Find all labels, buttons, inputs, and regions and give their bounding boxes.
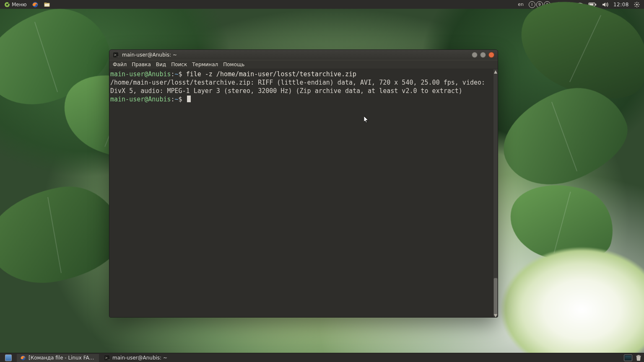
distro-icon	[4, 2, 10, 8]
window-controls	[472, 52, 494, 58]
svg-point-11	[636, 4, 638, 5]
trash-icon[interactable]	[636, 354, 641, 361]
svg-line-16	[635, 3, 636, 3]
bottom-panel: [Команда file - Linux FAQ ... >_ main-us…	[0, 353, 644, 362]
svg-point-1	[6, 3, 8, 5]
svg-line-19	[635, 6, 636, 7]
maximize-button[interactable]	[480, 52, 486, 58]
terminal-window[interactable]: >_ main-user@Anubis: ~ Файл Правка Вид П…	[109, 49, 498, 318]
terminal-cursor	[187, 96, 191, 102]
menu-label: Меню	[12, 2, 27, 8]
taskbar-item-label: [Команда file - Linux FAQ ...	[29, 355, 96, 361]
prompt-sep: :	[171, 96, 175, 103]
terminal-window-icon: >_	[113, 52, 119, 58]
firefox-icon	[20, 355, 26, 361]
keyboard-layout-label: en	[518, 2, 524, 7]
svg-rect-26	[636, 356, 641, 357]
launcher-files[interactable]	[43, 0, 51, 9]
keyboard-layout-indicator[interactable]: en	[517, 0, 525, 9]
close-button[interactable]	[488, 52, 494, 58]
menu-edit[interactable]: Правка	[132, 62, 151, 67]
launcher-firefox[interactable]	[31, 0, 39, 9]
window-titlebar[interactable]: >_ main-user@Anubis: ~	[109, 50, 498, 60]
terminal-scrollbar[interactable]: ▴ ▾	[493, 69, 498, 317]
menu-button[interactable]: Меню	[3, 0, 28, 9]
volume-icon[interactable]	[601, 0, 609, 9]
terminal-icon: >_	[104, 355, 110, 361]
menu-view[interactable]: Вид	[156, 62, 166, 67]
scrollbar-down-icon[interactable]: ▾	[493, 313, 498, 317]
svg-line-18	[638, 3, 639, 3]
scrollbar-thumb[interactable]	[493, 278, 498, 316]
window-title: main-user@Anubis: ~	[122, 52, 468, 58]
svg-rect-6	[44, 4, 49, 6]
menu-search[interactable]: Поиск	[171, 62, 187, 67]
terminal-output: /home/main-user/losst/testarchive.zip: R…	[110, 79, 489, 95]
minimize-button[interactable]	[472, 52, 478, 58]
prompt-symbol: $	[179, 96, 182, 103]
firefox-icon	[32, 1, 39, 8]
prompt-path: ~	[175, 70, 179, 78]
prompt-path: ~	[175, 96, 179, 103]
menu-file[interactable]: Файл	[113, 62, 127, 67]
terminal-command: file -z /home/main-user/losst/testarchiv…	[186, 70, 356, 78]
svg-text:>_: >_	[105, 356, 110, 360]
terminal-content[interactable]: main-user@Anubis:~$ file -z /home/main-u…	[109, 69, 493, 317]
files-icon	[44, 1, 50, 8]
settings-gear-icon[interactable]	[633, 0, 641, 9]
tray-workspace-icon[interactable]	[624, 354, 632, 361]
show-desktop-icon	[5, 354, 12, 361]
terminal-menubar: Файл Правка Вид Поиск Терминал Помощь	[109, 60, 498, 69]
svg-rect-5	[44, 3, 47, 4]
scrollbar-up-icon[interactable]: ▴	[493, 69, 498, 73]
clock[interactable]: 12:08	[613, 0, 630, 9]
menu-terminal[interactable]: Терминал	[192, 62, 218, 67]
taskbar-item-label: main-user@Anubis: ~	[112, 355, 167, 361]
indicator-circle-1[interactable]: I	[529, 1, 535, 8]
menu-help[interactable]: Помощь	[223, 62, 244, 67]
prompt-user-host: main-user@Anubis	[110, 96, 171, 103]
taskbar-item-terminal[interactable]: >_ main-user@Anubis: ~	[101, 354, 171, 362]
svg-point-2	[8, 3, 10, 4]
clock-label: 12:08	[613, 2, 629, 8]
prompt-symbol: $	[179, 70, 182, 78]
svg-text:>_: >_	[114, 53, 119, 57]
show-desktop-button[interactable]	[2, 353, 15, 362]
svg-line-17	[638, 6, 639, 7]
svg-rect-10	[595, 4, 596, 5]
prompt-sep: :	[171, 70, 175, 78]
taskbar-item-firefox[interactable]: [Команда file - Linux FAQ ...	[17, 354, 99, 362]
prompt-user-host: main-user@Anubis	[110, 70, 171, 78]
